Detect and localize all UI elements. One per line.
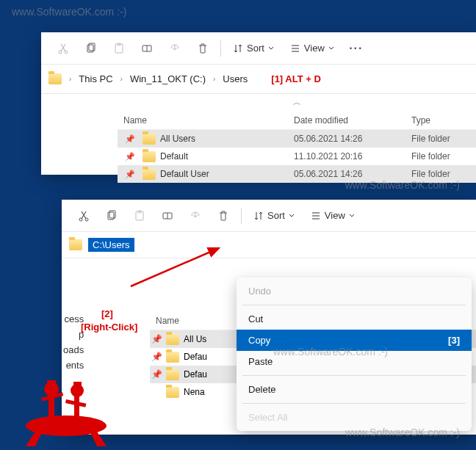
cut-icon[interactable] — [71, 203, 97, 228]
folder-icon — [143, 134, 156, 145]
folder-icon — [166, 334, 179, 345]
delete-icon[interactable] — [210, 203, 237, 228]
file-list: 📌 All Users 05.06.2021 14:26 File folder… — [118, 130, 476, 183]
folder-icon — [48, 73, 62, 84]
pin-icon[interactable]: 📌 — [118, 134, 143, 144]
separator — [242, 403, 466, 404]
ctx-paste[interactable]: Paste — [237, 351, 472, 372]
file-name: Defau — [184, 352, 207, 362]
ctx-copy[interactable]: Copy [3] — [237, 330, 472, 351]
sort-button[interactable]: Sort — [246, 203, 302, 228]
delete-icon[interactable] — [190, 36, 216, 61]
view-icon — [290, 43, 300, 54]
toolbar: Sort View ··· — [41, 32, 476, 65]
file-name: Default User — [160, 169, 209, 179]
pin-icon[interactable]: 📌 — [150, 352, 163, 362]
annotation-2: [2] — [101, 308, 113, 319]
annotation-rightclick: [Right-Click] — [81, 322, 137, 333]
sort-icon — [253, 211, 264, 221]
mascot-icon — [15, 360, 118, 448]
scroll-up-icon[interactable]: ︿ — [118, 94, 476, 111]
watermark: www.SoftwareOK.com :-) — [12, 6, 126, 18]
file-type: File folder — [411, 151, 476, 162]
share-icon — [162, 36, 188, 61]
rename-icon[interactable] — [134, 36, 160, 61]
chevron-down-icon — [328, 46, 334, 51]
annotation-arrow — [123, 242, 234, 294]
ctx-undo: Undo — [237, 280, 472, 302]
separator — [242, 375, 466, 376]
view-button[interactable]: View — [303, 203, 362, 228]
view-label: View — [325, 210, 345, 221]
file-date: 05.06.2021 14:26 — [294, 134, 411, 144]
file-row[interactable]: 📌 Default 11.10.2021 20:16 File folder — [118, 148, 476, 165]
pin-icon[interactable]: 📌 — [118, 152, 143, 162]
file-type: File folder — [411, 169, 476, 179]
annotation-1: [1] ALT + D — [271, 73, 321, 84]
view-button[interactable]: View — [283, 36, 342, 61]
file-date: 05.06.2021 14:26 — [294, 169, 411, 179]
file-row[interactable]: 📌 Default User 05.06.2021 14:26 File fol… — [118, 165, 476, 183]
folder-icon — [69, 239, 82, 250]
column-name[interactable]: Name — [150, 316, 238, 326]
sort-icon — [233, 43, 243, 54]
svg-point-8 — [85, 218, 88, 221]
svg-line-14 — [131, 248, 219, 286]
copy-icon[interactable] — [98, 203, 125, 228]
pin-icon[interactable]: 📌 — [118, 170, 143, 179]
ctx-copy-label: Copy — [248, 335, 270, 346]
view-icon — [311, 211, 321, 221]
annotation-3: [3] — [448, 335, 460, 346]
column-date[interactable]: Date modified — [294, 115, 411, 126]
folder-icon — [143, 151, 156, 162]
breadcrumb-item[interactable]: This PC — [79, 73, 112, 84]
separator — [241, 208, 242, 224]
file-name: All Users — [160, 134, 195, 144]
rename-icon[interactable] — [154, 203, 181, 228]
context-menu: Undo Cut Copy [3] Paste Delete Select Al… — [237, 277, 472, 431]
file-name: Default — [160, 151, 188, 162]
share-icon — [182, 203, 209, 228]
explorer-window-1: Sort View ··· › This PC › Win_11_OKT (C:… — [41, 32, 476, 175]
separator — [220, 40, 221, 57]
pin-icon[interactable]: 📌 — [150, 369, 163, 380]
svg-rect-19 — [74, 396, 79, 417]
view-label: View — [304, 43, 325, 54]
sort-button[interactable]: Sort — [226, 36, 281, 61]
chevron-down-icon — [289, 213, 295, 219]
pin-icon[interactable]: 📌 — [150, 334, 163, 344]
chevron-down-icon — [349, 213, 355, 219]
file-name: Defau — [184, 369, 207, 380]
chevron-right-icon: › — [69, 75, 71, 83]
file-row[interactable]: 📌 All Users 05.06.2021 14:26 File folder — [118, 130, 476, 148]
file-date: 11.10.2021 20:16 — [294, 151, 411, 162]
paste-icon — [126, 203, 153, 228]
file-name: All Us — [184, 334, 206, 344]
chevron-down-icon — [268, 46, 274, 51]
toolbar: Sort View — [62, 200, 476, 232]
svg-rect-22 — [47, 380, 56, 385]
ctx-cut[interactable]: Cut — [237, 308, 472, 330]
folder-icon — [166, 387, 179, 398]
chevron-right-icon: › — [213, 75, 215, 83]
svg-point-1 — [65, 51, 68, 54]
file-name: Nena — [184, 387, 205, 397]
ctx-delete[interactable]: Delete — [237, 379, 472, 400]
svg-rect-23 — [73, 382, 82, 385]
svg-point-0 — [59, 51, 62, 54]
breadcrumb-item[interactable]: Win_11_OKT (C:) — [130, 73, 206, 84]
svg-point-17 — [71, 384, 84, 397]
folder-icon — [166, 369, 179, 380]
breadcrumb[interactable]: › This PC › Win_11_OKT (C:) › Users [1] … — [41, 65, 476, 94]
column-name[interactable]: Name — [118, 115, 294, 126]
copy-icon[interactable] — [78, 36, 104, 61]
separator — [242, 305, 466, 305]
breadcrumb-item[interactable]: Users — [223, 73, 248, 84]
sort-label: Sort — [247, 43, 264, 54]
file-type: File folder — [411, 134, 476, 144]
cut-icon — [50, 36, 76, 61]
sidebar-item[interactable]: oads — [62, 342, 88, 358]
sort-label: Sort — [267, 210, 285, 221]
more-icon[interactable]: ··· — [343, 36, 369, 61]
column-type[interactable]: Type — [411, 115, 476, 126]
